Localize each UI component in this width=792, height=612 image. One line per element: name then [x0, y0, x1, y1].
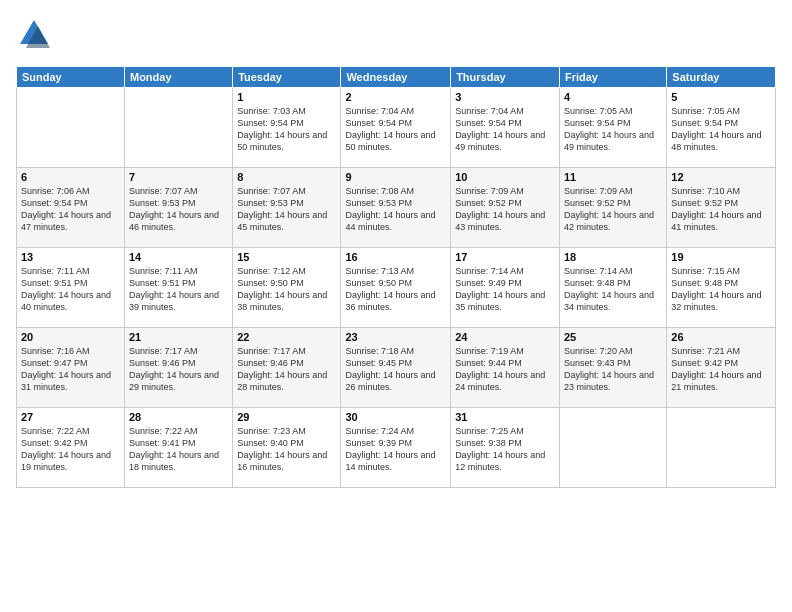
calendar-cell: 8Sunrise: 7:07 AMSunset: 9:53 PMDaylight… [233, 168, 341, 248]
calendar-cell: 22Sunrise: 7:17 AMSunset: 9:46 PMDayligh… [233, 328, 341, 408]
logo [16, 16, 56, 56]
day-number: 3 [455, 91, 555, 103]
day-info: Sunrise: 7:13 AMSunset: 9:50 PMDaylight:… [345, 265, 446, 314]
day-info: Sunrise: 7:25 AMSunset: 9:38 PMDaylight:… [455, 425, 555, 474]
day-info: Sunrise: 7:04 AMSunset: 9:54 PMDaylight:… [345, 105, 446, 154]
calendar-cell: 13Sunrise: 7:11 AMSunset: 9:51 PMDayligh… [17, 248, 125, 328]
weekday-header: Wednesday [341, 67, 451, 88]
day-info: Sunrise: 7:22 AMSunset: 9:42 PMDaylight:… [21, 425, 120, 474]
calendar-header: SundayMondayTuesdayWednesdayThursdayFrid… [17, 67, 776, 88]
weekday-header-row: SundayMondayTuesdayWednesdayThursdayFrid… [17, 67, 776, 88]
calendar-week-row: 6Sunrise: 7:06 AMSunset: 9:54 PMDaylight… [17, 168, 776, 248]
day-info: Sunrise: 7:06 AMSunset: 9:54 PMDaylight:… [21, 185, 120, 234]
calendar-cell: 26Sunrise: 7:21 AMSunset: 9:42 PMDayligh… [667, 328, 776, 408]
day-number: 9 [345, 171, 446, 183]
day-info: Sunrise: 7:08 AMSunset: 9:53 PMDaylight:… [345, 185, 446, 234]
day-info: Sunrise: 7:16 AMSunset: 9:47 PMDaylight:… [21, 345, 120, 394]
calendar-cell [17, 88, 125, 168]
day-number: 7 [129, 171, 228, 183]
day-number: 18 [564, 251, 662, 263]
day-number: 31 [455, 411, 555, 423]
calendar-cell: 3Sunrise: 7:04 AMSunset: 9:54 PMDaylight… [451, 88, 560, 168]
calendar-cell: 31Sunrise: 7:25 AMSunset: 9:38 PMDayligh… [451, 408, 560, 488]
day-info: Sunrise: 7:24 AMSunset: 9:39 PMDaylight:… [345, 425, 446, 474]
calendar-cell: 21Sunrise: 7:17 AMSunset: 9:46 PMDayligh… [124, 328, 232, 408]
day-info: Sunrise: 7:22 AMSunset: 9:41 PMDaylight:… [129, 425, 228, 474]
calendar-cell: 14Sunrise: 7:11 AMSunset: 9:51 PMDayligh… [124, 248, 232, 328]
calendar-week-row: 1Sunrise: 7:03 AMSunset: 9:54 PMDaylight… [17, 88, 776, 168]
calendar-cell: 27Sunrise: 7:22 AMSunset: 9:42 PMDayligh… [17, 408, 125, 488]
calendar-cell [124, 88, 232, 168]
calendar-week-row: 20Sunrise: 7:16 AMSunset: 9:47 PMDayligh… [17, 328, 776, 408]
calendar-cell: 4Sunrise: 7:05 AMSunset: 9:54 PMDaylight… [559, 88, 666, 168]
calendar-cell: 11Sunrise: 7:09 AMSunset: 9:52 PMDayligh… [559, 168, 666, 248]
day-info: Sunrise: 7:03 AMSunset: 9:54 PMDaylight:… [237, 105, 336, 154]
day-info: Sunrise: 7:18 AMSunset: 9:45 PMDaylight:… [345, 345, 446, 394]
day-info: Sunrise: 7:14 AMSunset: 9:49 PMDaylight:… [455, 265, 555, 314]
calendar-cell: 18Sunrise: 7:14 AMSunset: 9:48 PMDayligh… [559, 248, 666, 328]
day-info: Sunrise: 7:07 AMSunset: 9:53 PMDaylight:… [129, 185, 228, 234]
day-number: 10 [455, 171, 555, 183]
day-info: Sunrise: 7:19 AMSunset: 9:44 PMDaylight:… [455, 345, 555, 394]
day-number: 5 [671, 91, 771, 103]
day-number: 17 [455, 251, 555, 263]
calendar-table: SundayMondayTuesdayWednesdayThursdayFrid… [16, 66, 776, 488]
calendar-cell: 20Sunrise: 7:16 AMSunset: 9:47 PMDayligh… [17, 328, 125, 408]
day-info: Sunrise: 7:17 AMSunset: 9:46 PMDaylight:… [129, 345, 228, 394]
day-number: 4 [564, 91, 662, 103]
day-number: 15 [237, 251, 336, 263]
calendar-cell: 30Sunrise: 7:24 AMSunset: 9:39 PMDayligh… [341, 408, 451, 488]
day-info: Sunrise: 7:09 AMSunset: 9:52 PMDaylight:… [455, 185, 555, 234]
calendar-cell: 24Sunrise: 7:19 AMSunset: 9:44 PMDayligh… [451, 328, 560, 408]
day-number: 11 [564, 171, 662, 183]
calendar-cell: 10Sunrise: 7:09 AMSunset: 9:52 PMDayligh… [451, 168, 560, 248]
day-number: 25 [564, 331, 662, 343]
day-number: 22 [237, 331, 336, 343]
day-info: Sunrise: 7:05 AMSunset: 9:54 PMDaylight:… [671, 105, 771, 154]
day-info: Sunrise: 7:20 AMSunset: 9:43 PMDaylight:… [564, 345, 662, 394]
day-number: 20 [21, 331, 120, 343]
weekday-header: Saturday [667, 67, 776, 88]
day-number: 14 [129, 251, 228, 263]
calendar-cell: 15Sunrise: 7:12 AMSunset: 9:50 PMDayligh… [233, 248, 341, 328]
weekday-header: Friday [559, 67, 666, 88]
calendar-cell: 16Sunrise: 7:13 AMSunset: 9:50 PMDayligh… [341, 248, 451, 328]
calendar-body: 1Sunrise: 7:03 AMSunset: 9:54 PMDaylight… [17, 88, 776, 488]
weekday-header: Monday [124, 67, 232, 88]
page: SundayMondayTuesdayWednesdayThursdayFrid… [0, 0, 792, 612]
calendar-cell: 7Sunrise: 7:07 AMSunset: 9:53 PMDaylight… [124, 168, 232, 248]
day-info: Sunrise: 7:17 AMSunset: 9:46 PMDaylight:… [237, 345, 336, 394]
day-info: Sunrise: 7:11 AMSunset: 9:51 PMDaylight:… [21, 265, 120, 314]
header [16, 16, 776, 56]
day-info: Sunrise: 7:15 AMSunset: 9:48 PMDaylight:… [671, 265, 771, 314]
calendar-cell: 12Sunrise: 7:10 AMSunset: 9:52 PMDayligh… [667, 168, 776, 248]
day-info: Sunrise: 7:23 AMSunset: 9:40 PMDaylight:… [237, 425, 336, 474]
day-number: 26 [671, 331, 771, 343]
calendar-cell: 2Sunrise: 7:04 AMSunset: 9:54 PMDaylight… [341, 88, 451, 168]
day-number: 2 [345, 91, 446, 103]
day-number: 16 [345, 251, 446, 263]
calendar-week-row: 27Sunrise: 7:22 AMSunset: 9:42 PMDayligh… [17, 408, 776, 488]
day-number: 24 [455, 331, 555, 343]
weekday-header: Sunday [17, 67, 125, 88]
calendar-cell [667, 408, 776, 488]
calendar-cell: 17Sunrise: 7:14 AMSunset: 9:49 PMDayligh… [451, 248, 560, 328]
day-number: 27 [21, 411, 120, 423]
day-number: 12 [671, 171, 771, 183]
day-number: 1 [237, 91, 336, 103]
day-info: Sunrise: 7:11 AMSunset: 9:51 PMDaylight:… [129, 265, 228, 314]
day-number: 23 [345, 331, 446, 343]
calendar-cell: 1Sunrise: 7:03 AMSunset: 9:54 PMDaylight… [233, 88, 341, 168]
calendar-cell: 29Sunrise: 7:23 AMSunset: 9:40 PMDayligh… [233, 408, 341, 488]
day-number: 29 [237, 411, 336, 423]
day-number: 28 [129, 411, 228, 423]
day-number: 21 [129, 331, 228, 343]
weekday-header: Thursday [451, 67, 560, 88]
calendar-cell: 6Sunrise: 7:06 AMSunset: 9:54 PMDaylight… [17, 168, 125, 248]
day-number: 13 [21, 251, 120, 263]
day-number: 30 [345, 411, 446, 423]
calendar-cell: 23Sunrise: 7:18 AMSunset: 9:45 PMDayligh… [341, 328, 451, 408]
calendar-cell: 5Sunrise: 7:05 AMSunset: 9:54 PMDaylight… [667, 88, 776, 168]
day-info: Sunrise: 7:10 AMSunset: 9:52 PMDaylight:… [671, 185, 771, 234]
day-info: Sunrise: 7:05 AMSunset: 9:54 PMDaylight:… [564, 105, 662, 154]
